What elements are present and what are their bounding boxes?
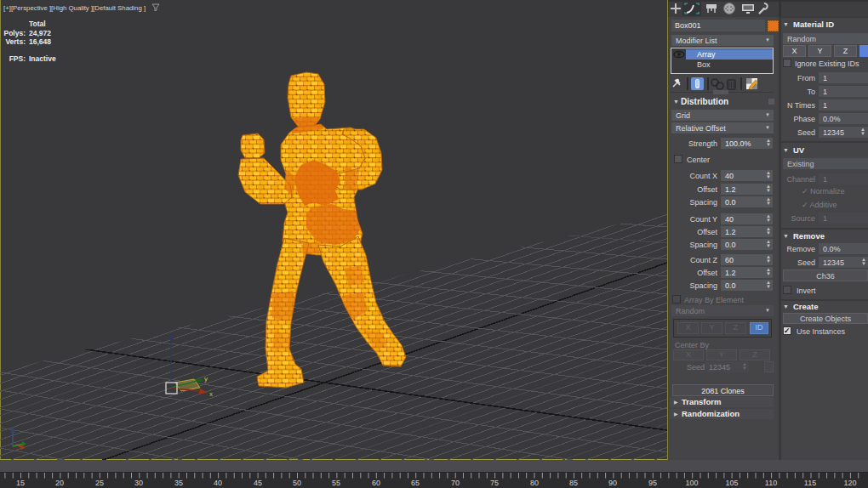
svg-text:y: y xyxy=(204,375,208,383)
svg-text:x: x xyxy=(209,390,213,398)
